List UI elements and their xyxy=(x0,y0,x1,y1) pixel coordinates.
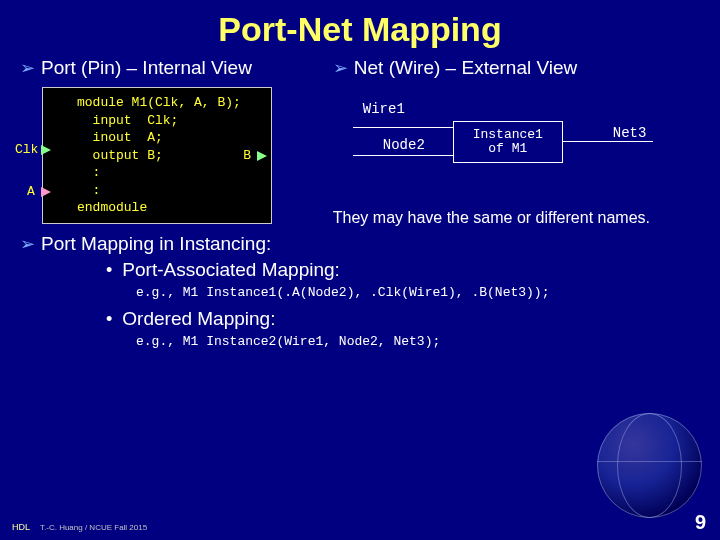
left-heading: ➢ Port (Pin) – Internal View xyxy=(20,57,333,79)
net-label: Net3 xyxy=(613,125,647,141)
footer-left: HDL T.-C. Huang / NCUE Fall 2015 xyxy=(12,522,147,532)
verilog-code-box: Clk A B module M1(Clk, A, B); input Clk;… xyxy=(42,87,272,224)
node-label: Node2 xyxy=(383,137,425,153)
ordered-item: • Ordered Mapping: xyxy=(106,308,700,330)
external-view-diagram: Wire1 Node2 Net3 Instance1 of M1 xyxy=(333,87,700,205)
right-heading-text: Net (Wire) – External View xyxy=(354,57,578,79)
port-associated-item: • Port-Associated Mapping: xyxy=(106,259,700,281)
mapping-heading-text: Port Mapping in Instancing: xyxy=(41,233,271,255)
bullet-arrow-icon: ➢ xyxy=(20,57,35,79)
code-line: : xyxy=(77,182,251,200)
port-associated-label: Port-Associated Mapping: xyxy=(122,259,340,281)
bullet-arrow-icon: ➢ xyxy=(333,57,348,79)
instance-box: Instance1 of M1 xyxy=(453,121,563,163)
port-associated-example: e.g., M1 Instance1(.A(Node2), .Clk(Wire1… xyxy=(136,285,700,300)
right-heading: ➢ Net (Wire) – External View xyxy=(333,57,700,79)
code-line: module M1(Clk, A, B); xyxy=(77,94,251,112)
ordered-example: e.g., M1 Instance2(Wire1, Node2, Net3); xyxy=(136,334,700,349)
slide-number: 9 xyxy=(695,511,706,534)
code-line: output B; xyxy=(77,147,251,165)
code-line: inout A; xyxy=(77,129,251,147)
instance-name: Instance1 xyxy=(454,128,562,142)
code-line: : xyxy=(77,164,251,182)
ordered-label: Ordered Mapping: xyxy=(122,308,275,330)
globe-icon xyxy=(597,413,702,518)
footer-author: T.-C. Huang / NCUE Fall 2015 xyxy=(40,523,147,532)
bullet-dot-icon: • xyxy=(106,309,112,330)
code-line: input Clk; xyxy=(77,112,251,130)
footer-hdl: HDL xyxy=(12,522,30,532)
port-label-a: A xyxy=(27,184,35,199)
naming-note: They may have the same or different name… xyxy=(333,209,700,227)
port-label-b: B xyxy=(243,148,251,163)
instance-of: of M1 xyxy=(454,142,562,156)
wire-label: Wire1 xyxy=(363,101,405,117)
bullet-arrow-icon: ➢ xyxy=(20,233,35,255)
inout-arrow-icon xyxy=(41,187,51,197)
output-arrow-icon xyxy=(257,151,267,161)
slide-title: Port-Net Mapping xyxy=(0,0,720,57)
input-arrow-icon xyxy=(41,145,51,155)
port-label-clk: Clk xyxy=(15,142,38,157)
mapping-heading: ➢ Port Mapping in Instancing: xyxy=(20,233,700,255)
code-line: endmodule xyxy=(77,199,251,217)
bullet-dot-icon: • xyxy=(106,260,112,281)
left-heading-text: Port (Pin) – Internal View xyxy=(41,57,252,79)
